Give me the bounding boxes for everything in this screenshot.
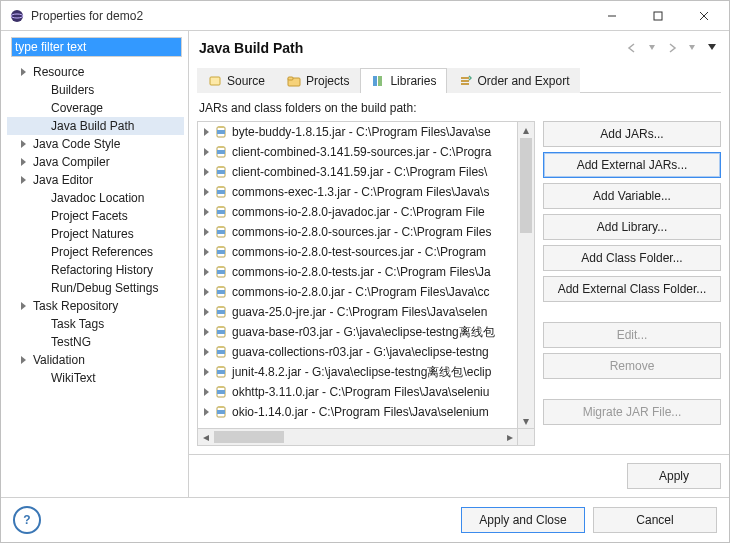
expand-icon[interactable] (198, 345, 214, 359)
jar-item[interactable]: commons-io-2.8.0-javadoc.jar - C:\Progra… (198, 202, 518, 222)
add-jars-button[interactable]: Add JARs... (543, 121, 721, 147)
tab-projects[interactable]: Projects (276, 68, 360, 93)
scroll-thumb-h[interactable] (214, 431, 284, 443)
svg-rect-22 (218, 166, 224, 168)
minimize-button[interactable] (589, 1, 635, 31)
nav-item-task-tags[interactable]: Task Tags (7, 315, 184, 333)
help-button[interactable]: ? (13, 506, 41, 534)
expand-icon[interactable] (198, 265, 214, 279)
nav-item-java-editor[interactable]: Java Editor (7, 171, 184, 189)
jar-item[interactable]: commons-io-2.8.0.jar - C:\Program Files\… (198, 282, 518, 302)
nav-item-javadoc-location[interactable]: Javadoc Location (7, 189, 184, 207)
jar-item[interactable]: client-combined-3.141.59-sources.jar - C… (198, 142, 518, 162)
nav-item-coverage[interactable]: Coverage (7, 99, 184, 117)
expand-icon[interactable] (198, 185, 214, 199)
maximize-button[interactable] (635, 1, 681, 31)
nav-tree[interactable]: ResourceBuildersCoverageJava Build PathJ… (7, 63, 188, 491)
expand-icon[interactable] (17, 300, 29, 312)
jar-list[interactable]: byte-buddy-1.8.15.jar - C:\Program Files… (198, 122, 518, 429)
jar-label: junit-4.8.2.jar - G:\java\eclipse-testng… (232, 364, 491, 381)
nav-item-task-repository[interactable]: Task Repository (7, 297, 184, 315)
nav-item-project-natures[interactable]: Project Natures (7, 225, 184, 243)
expand-icon[interactable] (198, 225, 214, 239)
nav-item-java-compiler[interactable]: Java Compiler (7, 153, 184, 171)
expand-icon[interactable] (17, 138, 29, 150)
jar-item[interactable]: commons-io-2.8.0-tests.jar - C:\Program … (198, 262, 518, 282)
scroll-up-icon[interactable]: ▴ (518, 122, 534, 138)
expand-icon (35, 318, 47, 330)
view-menu-button[interactable] (703, 39, 721, 57)
horizontal-scrollbar[interactable]: ◂ ▸ (198, 428, 518, 445)
forward-menu-button[interactable] (683, 39, 701, 57)
jar-item[interactable]: client-combined-3.141.59.jar - C:\Progra… (198, 162, 518, 182)
expand-icon[interactable] (17, 156, 29, 168)
expand-icon[interactable] (198, 385, 214, 399)
nav-item-validation[interactable]: Validation (7, 351, 184, 369)
expand-icon[interactable] (198, 325, 214, 339)
expand-icon (35, 102, 47, 114)
section-description: JARs and class folders on the build path… (199, 101, 721, 115)
scroll-left-icon[interactable]: ◂ (198, 429, 214, 445)
expand-icon[interactable] (198, 145, 214, 159)
add-external-jars-button[interactable]: Add External JARs... (543, 152, 721, 178)
tab-order-and-export[interactable]: Order and Export (447, 68, 580, 93)
nav-item-testng[interactable]: TestNG (7, 333, 184, 351)
jar-item[interactable]: commons-io-2.8.0-sources.jar - C:\Progra… (198, 222, 518, 242)
add-library-button[interactable]: Add Library... (543, 214, 721, 240)
filter-input[interactable] (11, 37, 182, 57)
expand-icon[interactable] (198, 165, 214, 179)
nav-item-label: Task Repository (31, 299, 120, 313)
tab-label: Source (227, 74, 265, 88)
apply-button[interactable]: Apply (627, 463, 721, 489)
add-external-class-folder-button[interactable]: Add External Class Folder... (543, 276, 721, 302)
nav-item-wikitext[interactable]: WikiText (7, 369, 184, 387)
add-variable-button[interactable]: Add Variable... (543, 183, 721, 209)
jar-item[interactable]: okhttp-3.11.0.jar - C:\Program Files\Jav… (198, 382, 518, 402)
nav-item-label: WikiText (49, 371, 98, 385)
nav-item-resource[interactable]: Resource (7, 63, 184, 81)
jar-item[interactable]: guava-collections-r03.jar - G:\java\ecli… (198, 342, 518, 362)
nav-item-project-references[interactable]: Project References (7, 243, 184, 261)
expand-icon[interactable] (198, 245, 214, 259)
expand-icon[interactable] (198, 125, 214, 139)
close-button[interactable] (681, 1, 727, 31)
nav-item-run-debug-settings[interactable]: Run/Debug Settings (7, 279, 184, 297)
nav-item-builders[interactable]: Builders (7, 81, 184, 99)
jar-item[interactable]: guava-base-r03.jar - G:\java\eclipse-tes… (198, 322, 518, 342)
jar-item[interactable]: commons-exec-1.3.jar - C:\Program Files\… (198, 182, 518, 202)
scroll-right-icon[interactable]: ▸ (502, 429, 518, 445)
nav-item-java-code-style[interactable]: Java Code Style (7, 135, 184, 153)
expand-icon[interactable] (198, 305, 214, 319)
tab-source[interactable]: Source (197, 68, 276, 93)
back-button[interactable] (623, 39, 641, 57)
scroll-down-icon[interactable]: ▾ (518, 413, 534, 429)
expand-icon[interactable] (198, 205, 214, 219)
nav-item-java-build-path[interactable]: Java Build Path (7, 117, 184, 135)
cancel-button[interactable]: Cancel (593, 507, 717, 533)
expand-icon[interactable] (17, 66, 29, 78)
jar-label: client-combined-3.141.59.jar - C:\Progra… (232, 165, 487, 179)
apply-close-button[interactable]: Apply and Close (461, 507, 585, 533)
expand-icon[interactable] (17, 174, 29, 186)
jar-item[interactable]: commons-io-2.8.0-test-sources.jar - C:\P… (198, 242, 518, 262)
expand-icon[interactable] (198, 365, 214, 379)
nav-item-label: Builders (49, 83, 96, 97)
jar-item[interactable]: guava-25.0-jre.jar - C:\Program Files\Ja… (198, 302, 518, 322)
jar-item[interactable]: junit-4.8.2.jar - G:\java\eclipse-testng… (198, 362, 518, 382)
expand-icon[interactable] (198, 405, 214, 419)
expand-icon[interactable] (17, 354, 29, 366)
vertical-scrollbar[interactable]: ▴ ▾ (517, 122, 534, 429)
expand-icon[interactable] (198, 285, 214, 299)
forward-button[interactable] (663, 39, 681, 57)
jar-label: okio-1.14.0.jar - C:\Program Files\Java\… (232, 405, 489, 419)
scroll-thumb[interactable] (520, 138, 532, 233)
nav-item-refactoring-history[interactable]: Refactoring History (7, 261, 184, 279)
jar-item[interactable]: okio-1.14.0.jar - C:\Program Files\Java\… (198, 402, 518, 422)
add-class-folder-button[interactable]: Add Class Folder... (543, 245, 721, 271)
tab-libraries[interactable]: Libraries (360, 68, 447, 93)
jar-item[interactable]: byte-buddy-1.8.15.jar - C:\Program Files… (198, 122, 518, 142)
nav-item-project-facets[interactable]: Project Facets (7, 207, 184, 225)
back-menu-button[interactable] (643, 39, 661, 57)
titlebar: Properties for demo2 (1, 1, 729, 31)
expand-icon (35, 336, 47, 348)
